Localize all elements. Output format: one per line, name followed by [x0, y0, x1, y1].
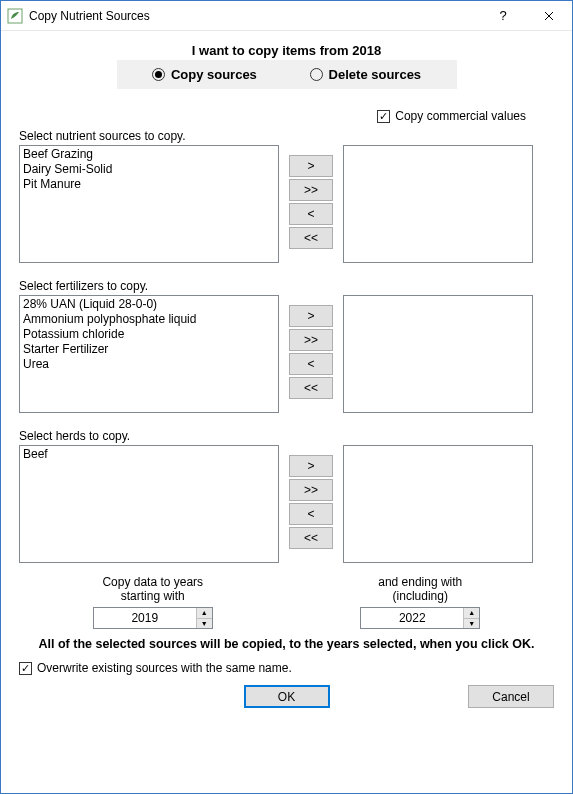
close-button[interactable] — [526, 1, 572, 31]
overwrite-label: Overwrite existing sources with the same… — [37, 661, 292, 675]
remove-all-button[interactable]: << — [289, 377, 333, 399]
radio-dot-icon — [152, 68, 165, 81]
checkmark-icon: ✓ — [19, 662, 32, 675]
year-start-block: Copy data to years starting with 2019 ▲ … — [53, 575, 253, 629]
list-item[interactable]: Dairy Semi-Solid — [23, 162, 275, 177]
remove-button[interactable]: < — [289, 203, 333, 225]
years-row: Copy data to years starting with 2019 ▲ … — [19, 575, 554, 629]
titlebar: Copy Nutrient Sources ? — [1, 1, 572, 31]
list-item[interactable]: Ammonium polyphosphate liquid — [23, 312, 275, 327]
add-button[interactable]: > — [289, 455, 333, 477]
spinner-up-icon[interactable]: ▲ — [197, 608, 212, 619]
remove-all-button[interactable]: << — [289, 527, 333, 549]
section-herds: Select herds to copy. Beef > >> < << — [19, 429, 554, 563]
radio-empty-icon — [310, 68, 323, 81]
year-start-label2: starting with — [53, 589, 253, 603]
herds-move-buttons: > >> < << — [289, 455, 333, 549]
ok-button[interactable]: OK — [244, 685, 330, 708]
remove-button[interactable]: < — [289, 353, 333, 375]
remove-button[interactable]: < — [289, 503, 333, 525]
checkmark-icon: ✓ — [377, 110, 390, 123]
spinner-arrows: ▲ ▼ — [196, 608, 212, 628]
year-start-label1: Copy data to years — [53, 575, 253, 589]
window-title: Copy Nutrient Sources — [29, 9, 480, 23]
overwrite-row: ✓ Overwrite existing sources with the sa… — [19, 661, 554, 675]
year-end-value: 2022 — [361, 608, 463, 628]
fertilizer-list-left[interactable]: 28% UAN (Liquid 28-0-0) Ammonium polypho… — [19, 295, 279, 413]
radio-delete-label: Delete sources — [329, 67, 422, 82]
fertilizer-move-buttons: > >> < << — [289, 305, 333, 399]
add-all-button[interactable]: >> — [289, 179, 333, 201]
list-item[interactable]: Starter Fertilizer — [23, 342, 275, 357]
spinner-up-icon[interactable]: ▲ — [464, 608, 479, 619]
radio-copy-label: Copy sources — [171, 67, 257, 82]
year-start-value: 2019 — [94, 608, 196, 628]
copy-commercial-label: Copy commercial values — [395, 109, 526, 123]
year-end-label2: (including) — [320, 589, 520, 603]
copy-note: All of the selected sources will be copi… — [19, 637, 554, 651]
nutrient-move-buttons: > >> < << — [289, 155, 333, 249]
section-fertilizers: Select fertilizers to copy. 28% UAN (Liq… — [19, 279, 554, 413]
herds-list-left[interactable]: Beef — [19, 445, 279, 563]
copy-header: I want to copy items from 2018 Copy sour… — [117, 43, 457, 89]
herds-list-right[interactable] — [343, 445, 533, 563]
cancel-button[interactable]: Cancel — [468, 685, 554, 708]
fertilizer-label: Select fertilizers to copy. — [19, 279, 554, 293]
fertilizer-list-right[interactable] — [343, 295, 533, 413]
spinner-down-icon[interactable]: ▼ — [197, 619, 212, 629]
year-end-block: and ending with (including) 2022 ▲ ▼ — [320, 575, 520, 629]
overwrite-checkbox[interactable]: ✓ Overwrite existing sources with the sa… — [19, 661, 554, 675]
add-all-button[interactable]: >> — [289, 329, 333, 351]
list-item[interactable]: Beef Grazing — [23, 147, 275, 162]
help-button[interactable]: ? — [480, 1, 526, 31]
remove-all-button[interactable]: << — [289, 227, 333, 249]
copy-heading: I want to copy items from 2018 — [117, 43, 457, 58]
list-item[interactable]: Pit Manure — [23, 177, 275, 192]
list-item[interactable]: 28% UAN (Liquid 28-0-0) — [23, 297, 275, 312]
list-item[interactable]: Potassium chloride — [23, 327, 275, 342]
add-button[interactable]: > — [289, 305, 333, 327]
add-all-button[interactable]: >> — [289, 479, 333, 501]
copy-commercial-row: ✓ Copy commercial values — [19, 109, 554, 123]
dialog-button-row: OK Cancel — [19, 685, 554, 713]
action-radio-group: Copy sources Delete sources — [117, 60, 457, 89]
year-end-spinner[interactable]: 2022 ▲ ▼ — [360, 607, 480, 629]
nutrient-source-list-left[interactable]: Beef Grazing Dairy Semi-Solid Pit Manure — [19, 145, 279, 263]
add-button[interactable]: > — [289, 155, 333, 177]
nutrient-source-list-right[interactable] — [343, 145, 533, 263]
nutrient-label: Select nutrient sources to copy. — [19, 129, 554, 143]
list-item[interactable]: Beef — [23, 447, 275, 462]
dialog-window: Copy Nutrient Sources ? I want to copy i… — [0, 0, 573, 794]
spinner-down-icon[interactable]: ▼ — [464, 619, 479, 629]
year-start-spinner[interactable]: 2019 ▲ ▼ — [93, 607, 213, 629]
spinner-arrows: ▲ ▼ — [463, 608, 479, 628]
copy-commercial-checkbox[interactable]: ✓ Copy commercial values — [377, 109, 526, 123]
dialog-content: I want to copy items from 2018 Copy sour… — [1, 31, 572, 793]
list-item[interactable]: Urea — [23, 357, 275, 372]
radio-copy-sources[interactable]: Copy sources — [152, 67, 257, 82]
section-nutrient: Select nutrient sources to copy. Beef Gr… — [19, 129, 554, 263]
app-icon — [7, 8, 23, 24]
herds-label: Select herds to copy. — [19, 429, 554, 443]
radio-delete-sources[interactable]: Delete sources — [310, 67, 422, 82]
year-end-label1: and ending with — [320, 575, 520, 589]
